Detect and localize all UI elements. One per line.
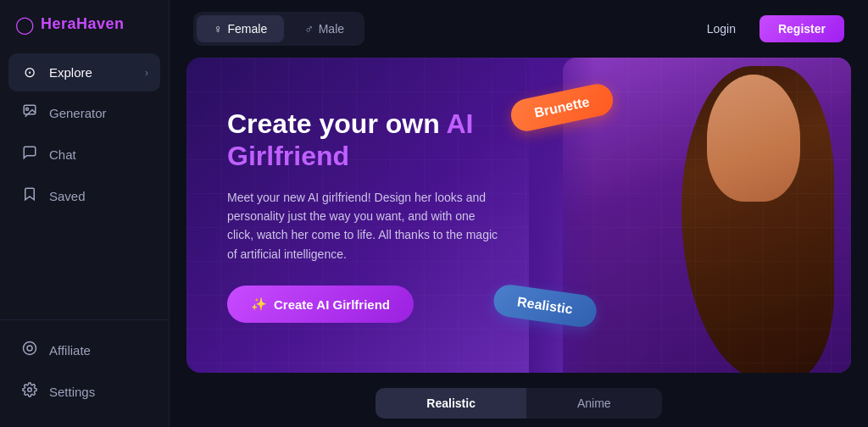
- chevron-right-icon: ›: [145, 66, 148, 79]
- sidebar-item-label: Affiliate: [49, 343, 91, 358]
- settings-icon: [20, 382, 39, 402]
- sidebar-item-settings[interactable]: Settings: [8, 372, 160, 412]
- nav-section: ⊙ Explore › Generator Chat Saved: [0, 53, 169, 313]
- sidebar-bottom: Affiliate Settings: [0, 319, 169, 412]
- logo-icon: ◯: [15, 16, 34, 33]
- svg-point-2: [24, 342, 36, 355]
- female-icon: ♀: [214, 22, 223, 36]
- hero-title: Create your own AI Girlfriend: [227, 108, 498, 173]
- login-button[interactable]: Login: [692, 15, 751, 42]
- sidebar-item-affiliate[interactable]: Affiliate: [8, 330, 160, 370]
- wand-icon: ✨: [251, 297, 267, 312]
- hero-description: Meet your new AI girlfriend! Design her …: [227, 188, 498, 264]
- sidebar-item-label: Generator: [49, 106, 107, 120]
- sidebar-item-label: Settings: [49, 385, 95, 399]
- hero-content: Create your own AI Girlfriend Meet your …: [186, 74, 539, 357]
- auth-buttons: Login Register: [692, 15, 844, 42]
- sidebar-item-label: Saved: [49, 189, 86, 203]
- gender-toggle: ♀ Female ♂ Male: [193, 12, 364, 46]
- affiliate-icon: [20, 341, 39, 360]
- hero-title-girlfriend: Girlfriend: [227, 141, 349, 171]
- hero-title-ai: AI: [446, 108, 473, 139]
- logo-text: HeraHaven: [41, 15, 125, 33]
- main-content: ♀ Female ♂ Male Login Register Create yo…: [170, 0, 868, 427]
- sidebar-item-label: Chat: [49, 147, 76, 162]
- hero-title-part1: Create your own: [227, 108, 446, 139]
- bottom-tabs: Realistic Anime: [170, 381, 868, 427]
- create-button-label: Create AI Girlfriend: [274, 297, 390, 312]
- svg-point-1: [26, 108, 29, 110]
- sidebar-item-saved[interactable]: Saved: [8, 176, 160, 216]
- tab-realistic[interactable]: Realistic: [376, 388, 526, 419]
- tab-anime[interactable]: Anime: [526, 388, 662, 419]
- sidebar-item-explore[interactable]: ⊙ Explore ›: [8, 53, 160, 92]
- sidebar-item-generator[interactable]: Generator: [8, 93, 160, 133]
- sidebar-item-label: Explore: [49, 65, 92, 80]
- svg-point-4: [28, 388, 32, 392]
- female-label: Female: [228, 22, 268, 36]
- male-label: Male: [319, 22, 344, 36]
- logo: ◯ HeraHaven: [0, 15, 169, 53]
- hero-section: Create your own AI Girlfriend Meet your …: [186, 58, 851, 373]
- topbar: ♀ Female ♂ Male Login Register: [170, 0, 868, 58]
- explore-icon: ⊙: [20, 64, 39, 81]
- register-button[interactable]: Register: [760, 15, 844, 42]
- saved-icon: [20, 186, 39, 206]
- sidebar: ◯ HeraHaven ⊙ Explore › Generator Chat S…: [0, 0, 170, 427]
- female-gender-button[interactable]: ♀ Female: [197, 15, 284, 42]
- svg-point-3: [27, 346, 32, 351]
- sidebar-item-chat[interactable]: Chat: [8, 135, 160, 175]
- male-icon: ♂: [304, 22, 314, 36]
- male-gender-button[interactable]: ♂ Male: [287, 15, 361, 42]
- chat-icon: [20, 145, 39, 164]
- generator-icon: [20, 103, 39, 123]
- create-ai-girlfriend-button[interactable]: ✨ Create AI Girlfriend: [227, 286, 414, 323]
